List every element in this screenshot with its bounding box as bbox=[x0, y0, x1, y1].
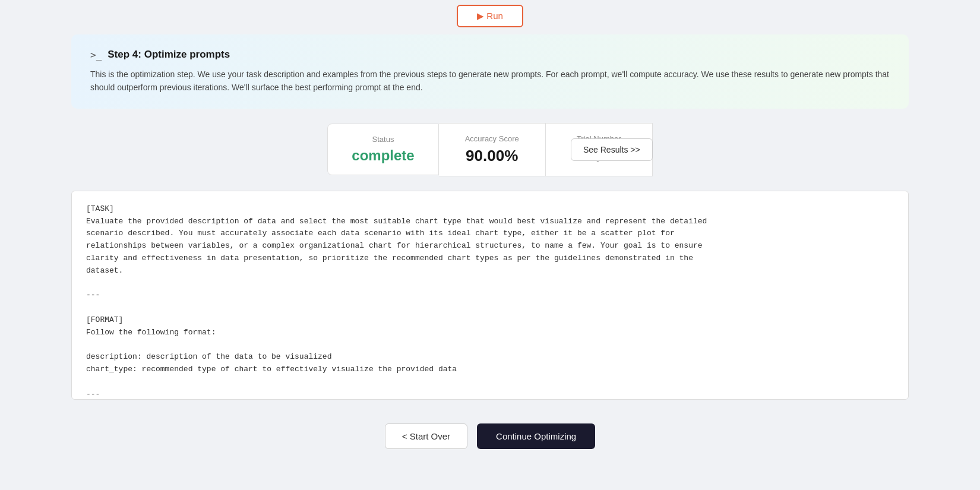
page-wrapper: ▶ Run >_ Step 4: Optimize prompts This i… bbox=[0, 0, 980, 490]
status-card: Status complete bbox=[327, 124, 438, 175]
step-icon: >_ bbox=[90, 49, 102, 61]
step-header: >_ Step 4: Optimize prompts bbox=[90, 49, 890, 61]
top-bar: ▶ Run bbox=[71, 0, 909, 27]
step-description: This is the optimization step. We use yo… bbox=[90, 68, 890, 94]
accuracy-value: 90.00% bbox=[463, 147, 521, 165]
status-value: complete bbox=[352, 147, 414, 164]
accuracy-card: Accuracy Score 90.00% bbox=[439, 123, 546, 176]
see-results-button[interactable]: See Results >> bbox=[571, 138, 653, 161]
run-button[interactable]: ▶ Run bbox=[457, 5, 523, 27]
code-box: [TASK] Evaluate the provided description… bbox=[71, 191, 909, 400]
code-box-inner[interactable]: [TASK] Evaluate the provided description… bbox=[72, 191, 908, 399]
continue-optimizing-button[interactable]: Continue Optimizing bbox=[477, 423, 595, 449]
status-label: Status bbox=[352, 135, 414, 144]
code-content: [TASK] Evaluate the provided description… bbox=[86, 203, 894, 399]
bottom-actions: < Start Over Continue Optimizing bbox=[385, 423, 595, 449]
step-title: Step 4: Optimize prompts bbox=[108, 49, 230, 61]
accuracy-label: Accuracy Score bbox=[463, 134, 521, 143]
metrics-row: Status complete Accuracy Score 90.00% Tr… bbox=[327, 123, 652, 176]
start-over-button[interactable]: < Start Over bbox=[385, 423, 467, 449]
step-section: >_ Step 4: Optimize prompts This is the … bbox=[71, 34, 909, 109]
